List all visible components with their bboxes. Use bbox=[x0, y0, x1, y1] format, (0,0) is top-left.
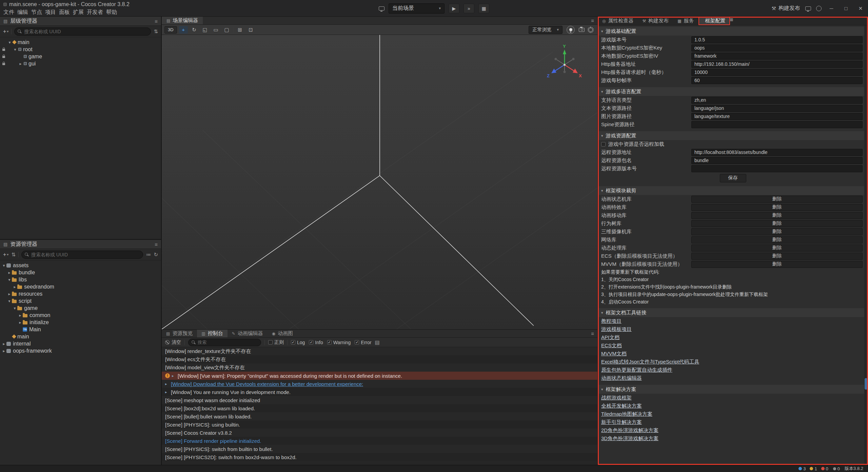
remote-load-checkbox[interactable] bbox=[601, 142, 606, 146]
filter-icon[interactable]: ≔ bbox=[146, 252, 151, 258]
delete-button[interactable]: 删除 bbox=[691, 196, 863, 203]
expand-arrow[interactable] bbox=[165, 382, 169, 386]
light-toggle-button[interactable] bbox=[567, 26, 575, 34]
console-log-row[interactable]: [Window] You are running Vue in developm… bbox=[162, 388, 597, 396]
menu-item[interactable]: 扩展 bbox=[73, 8, 87, 17]
console-log-row[interactable]: [Window] model_view文件夹不存在 bbox=[162, 363, 597, 372]
console-log-row[interactable]: [Scene] [box2d]:box2d wasm lib loaded. bbox=[162, 404, 597, 412]
expand-chevron[interactable] bbox=[1, 263, 6, 268]
axis-gizmo[interactable]: Y X Z bbox=[546, 44, 583, 81]
expand-arrow[interactable] bbox=[172, 374, 176, 378]
property-input[interactable] bbox=[691, 105, 863, 112]
filter-icon[interactable]: ⇅ bbox=[154, 28, 158, 35]
expand-chevron[interactable] bbox=[7, 292, 12, 296]
panel-menu-icon[interactable]: ≡ bbox=[155, 241, 158, 247]
asset-node-row[interactable]: oops-framework bbox=[0, 347, 161, 354]
menu-item[interactable]: 面板 bbox=[59, 8, 73, 17]
asset-node-row[interactable]: seedrandom bbox=[0, 283, 161, 290]
filter-checkbox[interactable] bbox=[327, 340, 332, 345]
regex-toggle[interactable]: 正则 bbox=[268, 339, 284, 346]
close-button[interactable]: ✕ bbox=[856, 4, 865, 13]
gear-icon[interactable] bbox=[589, 28, 593, 32]
solution-link[interactable]: 3D角色扮演游戏解决方案 bbox=[601, 435, 658, 442]
scene-viewport[interactable]: Y X Z bbox=[162, 35, 597, 329]
expand-chevron[interactable] bbox=[13, 47, 18, 52]
scene-selector-dropdown[interactable]: 当前场景 ▾ bbox=[389, 3, 445, 14]
scrollbar[interactable] bbox=[864, 25, 868, 465]
property-input[interactable] bbox=[691, 36, 863, 43]
move-tool-button[interactable]: + bbox=[179, 26, 188, 34]
dimension-toggle-button[interactable]: 3D bbox=[164, 26, 177, 34]
assets-search-input[interactable] bbox=[31, 252, 140, 257]
view-mode-dropdown[interactable]: 正常浏览 ▾ bbox=[529, 26, 563, 34]
filter-checkbox[interactable] bbox=[291, 340, 295, 345]
console-tab[interactable]: 控制台 bbox=[197, 330, 227, 337]
asset-node-row[interactable]: common bbox=[0, 312, 161, 319]
panel-menu-icon[interactable]: ≡ bbox=[155, 18, 158, 24]
console-log-row[interactable]: [Scene] [PHYSICS]: using builtin. bbox=[162, 420, 597, 429]
property-input[interactable] bbox=[691, 97, 863, 104]
asset-node-row[interactable]: game bbox=[0, 304, 161, 312]
asset-node-row[interactable]: script bbox=[0, 297, 161, 304]
log-filter[interactable]: Log bbox=[291, 340, 305, 345]
menu-item[interactable]: 编辑 bbox=[17, 8, 31, 17]
snap-grid-button[interactable]: ⊞ bbox=[236, 26, 244, 34]
asset-node-row[interactable]: initialize bbox=[0, 319, 161, 326]
layout-grid-button[interactable]: ▦ bbox=[478, 4, 489, 13]
clear-console-button[interactable]: 清空 bbox=[165, 339, 181, 346]
property-input[interactable] bbox=[691, 113, 863, 120]
expand-chevron[interactable] bbox=[7, 40, 12, 45]
console-log-row[interactable]: [Scene] meshopt wasm decoder initialized bbox=[162, 396, 597, 404]
maximize-button[interactable]: □ bbox=[841, 4, 851, 13]
expand-chevron[interactable] bbox=[12, 306, 17, 311]
section-header[interactable]: ▾ 游戏基础配置 bbox=[598, 27, 868, 36]
console-tab[interactable]: 资源预览 bbox=[162, 330, 197, 337]
log-filter[interactable]: Warning bbox=[327, 340, 351, 345]
section-header[interactable]: ▾ 游戏资源配置 bbox=[598, 131, 868, 140]
menu-item[interactable]: 文件 bbox=[3, 8, 17, 17]
hierarchy-node-row[interactable]: root bbox=[0, 46, 161, 53]
scale-tool-button[interactable]: ◱ bbox=[201, 26, 210, 34]
delete-button[interactable]: 删除 bbox=[691, 244, 863, 252]
asset-node-row[interactable]: resources bbox=[0, 290, 161, 297]
console-search-input[interactable] bbox=[198, 340, 258, 345]
asset-node-row[interactable]: bundle bbox=[0, 269, 161, 276]
device-icon[interactable] bbox=[805, 6, 811, 11]
console-log-row[interactable]: [Scene] [PHYSICS2D]: switch from box2d-w… bbox=[162, 453, 597, 461]
console-tab[interactable]: 动画图 bbox=[268, 330, 297, 337]
property-input[interactable] bbox=[691, 77, 863, 84]
inspector-tab[interactable]: 服务 bbox=[673, 17, 698, 25]
console-log-row[interactable]: [Window] ecs文件夹不存在 bbox=[162, 355, 597, 363]
panel-menu-icon[interactable]: ≡ bbox=[591, 331, 597, 336]
doc-link[interactable]: 游戏模板项目 bbox=[601, 326, 632, 333]
help-icon[interactable] bbox=[816, 6, 822, 11]
console-log-row[interactable]: [Scene] [bullet]:bullet wasm lib loaded. bbox=[162, 412, 597, 420]
expand-chevron[interactable] bbox=[1, 341, 6, 346]
menu-item[interactable]: 节点 bbox=[31, 8, 45, 17]
section-header[interactable]: ▾ 框架文档工具链接 bbox=[598, 308, 868, 317]
refresh-icon[interactable]: ↻ bbox=[154, 252, 158, 258]
console-log-row[interactable]: [Scene] Forward render pipeline initiali… bbox=[162, 437, 597, 445]
inspector-tab[interactable]: 属性检查器 bbox=[598, 17, 638, 25]
property-input[interactable] bbox=[691, 157, 863, 164]
message-count[interactable]: 1 bbox=[810, 466, 817, 471]
sort-icon[interactable]: ⇅ bbox=[11, 252, 16, 258]
hierarchy-search-input[interactable] bbox=[24, 29, 147, 34]
asset-node-row[interactable]: internal bbox=[0, 340, 161, 347]
asset-node-row[interactable]: assets bbox=[0, 262, 161, 269]
delete-button[interactable]: 删除 bbox=[691, 261, 863, 268]
regex-checkbox[interactable] bbox=[268, 340, 273, 345]
message-count[interactable]: 0 bbox=[821, 466, 828, 471]
network-count[interactable]: 0 bbox=[833, 466, 840, 471]
scene-editor-tab[interactable]: ▤ 场景编辑器 bbox=[162, 17, 203, 24]
menu-item[interactable]: 帮助 bbox=[106, 8, 120, 17]
collapse-logs-icon[interactable]: ▤ bbox=[375, 339, 379, 346]
delete-button[interactable]: 删除 bbox=[691, 236, 863, 243]
scrollbar-thumb[interactable] bbox=[865, 378, 867, 390]
log-filter[interactable]: Info bbox=[309, 340, 323, 345]
section-header[interactable]: ▾ 框架模块裁剪 bbox=[598, 186, 868, 195]
solution-link[interactable]: 新手引导解决方案 bbox=[601, 419, 642, 426]
camera-icon[interactable] bbox=[579, 28, 585, 32]
expand-chevron[interactable] bbox=[12, 284, 17, 289]
console-log-row[interactable]: [Scene] Cocos Creator v3.8.2 bbox=[162, 429, 597, 437]
